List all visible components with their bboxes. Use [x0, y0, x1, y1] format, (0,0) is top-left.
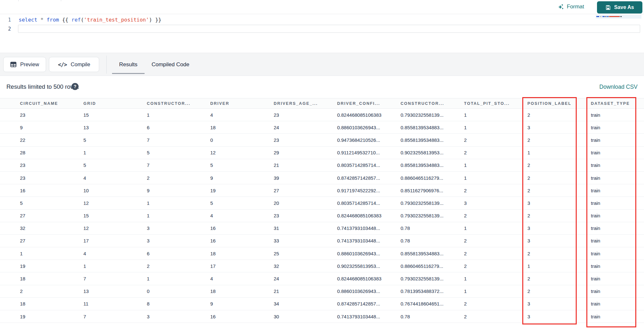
- table-cell: 4: [210, 213, 274, 218]
- table-cell: 0.8035714285714...: [337, 200, 401, 206]
- column-header: TOTAL_PIT_STO...: [464, 101, 527, 106]
- code-line[interactable]: select * from {{ ref('train_test_positio…: [19, 16, 161, 24]
- table-cell: 0.78: [401, 238, 464, 243]
- table-cell: 8: [147, 301, 210, 306]
- table-cell: 2: [20, 288, 83, 294]
- table-cell: 0.7813953488372...: [401, 288, 464, 294]
- table-cell: 10: [83, 188, 147, 193]
- table-cell: 0.7930232558139...: [401, 200, 464, 206]
- table-row: 23429390.8742857142857...0.8860465116279…: [0, 172, 644, 184]
- results-limit-text: Results limited to 500 rows.: [6, 83, 79, 90]
- table-cell: 0.78: [401, 314, 464, 319]
- action-bar: Format Save As: [0, 1, 644, 14]
- table-cell: train: [591, 188, 644, 193]
- compile-button[interactable]: </> Compile: [49, 57, 99, 72]
- table-cell: 19: [20, 263, 83, 269]
- table-cell: 15: [83, 112, 147, 118]
- table-cell: train: [591, 288, 644, 294]
- current-line-highlight: [18, 25, 640, 33]
- table-cell: 9: [147, 188, 210, 193]
- table-cell: 7: [83, 314, 147, 319]
- table-cell: 32: [274, 263, 337, 269]
- table-row: 231514230.8244680851063830.7930232558139…: [0, 109, 644, 121]
- table-cell: 1: [83, 263, 147, 269]
- table-cell: 23: [20, 112, 83, 118]
- table-cell: 3: [527, 225, 591, 231]
- table-cell: 12: [83, 200, 147, 206]
- table-cell: 2: [527, 213, 591, 218]
- table-cell: 4: [83, 175, 147, 181]
- compile-label: Compile: [71, 61, 90, 68]
- save-icon: [605, 5, 611, 10]
- table-cell: 0.8035714285714...: [337, 162, 401, 168]
- table-cell: 18: [210, 288, 274, 294]
- line-number: 1: [0, 16, 11, 24]
- table-cell: 2: [527, 288, 591, 294]
- table-cell: 2: [527, 188, 591, 193]
- table-cell: 0.7930232558139...: [401, 112, 464, 118]
- table-cell: 13: [83, 125, 147, 130]
- table-cell: 31: [274, 225, 337, 231]
- editor-line[interactable]: 2: [0, 25, 644, 33]
- table-cell: 23: [20, 175, 83, 181]
- table-row: 197316300.7413793103448...0.7823train: [0, 310, 644, 323]
- table-cell: 24: [274, 125, 337, 130]
- table-cell: 1: [527, 150, 591, 155]
- save-as-button[interactable]: Save As: [597, 1, 642, 14]
- table-cell: 1: [464, 288, 527, 294]
- help-icon[interactable]: ?: [71, 83, 79, 90]
- preview-label: Preview: [20, 61, 39, 68]
- download-csv-link[interactable]: Download CSV: [599, 84, 638, 90]
- table-cell: train: [591, 175, 644, 181]
- table-cell: 21: [274, 162, 337, 168]
- table-cell: 20: [274, 200, 337, 206]
- table-cell: 34: [274, 301, 337, 306]
- preview-button[interactable]: Preview: [3, 57, 46, 72]
- table-cell: 28: [20, 150, 83, 155]
- table-cell: 18: [20, 276, 83, 281]
- table-cell: 12: [83, 225, 147, 231]
- table-cell: 9: [210, 301, 274, 306]
- table-cell: train: [591, 112, 644, 118]
- table-cell: 29: [274, 150, 337, 155]
- table-header-row: CIRCUIT_NAMEGRIDCONSTRUCTOR...DRIVERDRIV…: [0, 98, 644, 109]
- table-cell: 1: [464, 276, 527, 281]
- table-cell: 0.824468085106383: [337, 213, 401, 218]
- table-row: 181189340.8742857142857...0.767441860465…: [0, 298, 644, 310]
- table-row: 271514230.8244680851063830.7930232558139…: [0, 210, 644, 222]
- column-header: DRIVERS_AGE_...: [274, 101, 337, 106]
- column-header: DRIVER: [210, 101, 274, 106]
- table-cell: 0.8860103626943...: [337, 125, 401, 130]
- table-cell: 1: [464, 125, 527, 130]
- table-row: 913618240.8860103626943...0.855813953488…: [0, 121, 644, 134]
- results-tabs: ResultsCompiled Code: [112, 53, 196, 76]
- table-cell: 27: [274, 188, 337, 193]
- editor-minimap[interactable]: [596, 15, 641, 19]
- table-cell: 13: [83, 288, 147, 294]
- table-cell: 2: [147, 263, 210, 269]
- table-cell: 2: [464, 314, 527, 319]
- table-cell: 12: [210, 150, 274, 155]
- table-cell: 16: [210, 314, 274, 319]
- table-cell: 2: [527, 162, 591, 168]
- table-cell: 1: [464, 162, 527, 168]
- editor-line[interactable]: 1select * from {{ ref('train_test_positi…: [0, 16, 644, 24]
- table-cell: 0: [210, 137, 274, 143]
- table-cell: 1: [147, 276, 210, 281]
- tab-results[interactable]: Results: [112, 53, 145, 76]
- sql-editor[interactable]: 1select * from {{ ref('train_test_positi…: [0, 14, 644, 53]
- sparkles-icon: [558, 4, 564, 10]
- table-cell: 0.7413793103448...: [337, 238, 401, 243]
- format-button[interactable]: Format: [558, 4, 584, 10]
- table-cell: 2: [527, 276, 591, 281]
- table-row: 14618250.8860103626943...0.8558139534883…: [0, 247, 644, 260]
- table-cell: 17: [83, 238, 147, 243]
- table-cell: 0.7413793103448...: [337, 314, 401, 319]
- table-cell: 2: [527, 137, 591, 143]
- table-cell: 1: [464, 175, 527, 181]
- table-cell: 27: [20, 238, 83, 243]
- table-cell: 23: [274, 137, 337, 143]
- table-cell: 0.7930232558139...: [401, 213, 464, 218]
- column-header: POSITION_LABEL: [527, 101, 591, 106]
- tab-compiled-code[interactable]: Compiled Code: [145, 53, 196, 76]
